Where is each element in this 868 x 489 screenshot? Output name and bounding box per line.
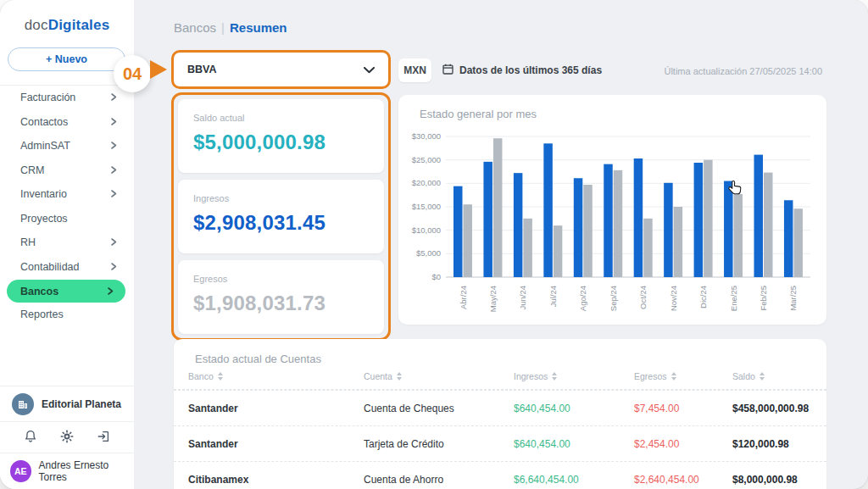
company-building-icon bbox=[12, 393, 34, 415]
bar-egresos-ago/24[interactable] bbox=[583, 185, 593, 277]
table-row[interactable]: SantanderTarjeta de Crédito$640,454.00$2… bbox=[174, 425, 826, 461]
column-header-cuenta[interactable]: Cuenta bbox=[364, 371, 514, 381]
breadcrumb-separator: | bbox=[216, 20, 230, 35]
cell-cuenta: Tarjeta de Crédito bbox=[364, 438, 514, 450]
chevron-right-icon bbox=[111, 140, 117, 152]
user-menu[interactable]: AE Andres Ernesto Torres bbox=[0, 453, 134, 489]
currency-badge[interactable]: MXN bbox=[398, 58, 431, 82]
sidebar-item-label: RH bbox=[20, 236, 36, 248]
sort-icon bbox=[760, 372, 765, 381]
sidebar-item-contactos[interactable]: Contactos bbox=[0, 110, 134, 135]
bar-ingresos-dic/24[interactable] bbox=[694, 163, 704, 277]
sidebar-item-proyectos[interactable]: Proyectos bbox=[0, 207, 134, 231]
bar-egresos-abr/24[interactable] bbox=[464, 204, 473, 277]
user-avatar: AE bbox=[10, 460, 31, 482]
sidebar-item-crm[interactable]: CRM bbox=[0, 158, 134, 183]
bar-ingresos-mar/25[interactable] bbox=[784, 200, 793, 277]
accounts-table-title: Estado actual de Cuentas bbox=[195, 353, 321, 365]
column-header-label: Ingresos bbox=[514, 371, 548, 381]
bar-egresos-may/24[interactable] bbox=[493, 138, 503, 277]
x-tick-label: Jun/24 bbox=[518, 286, 527, 310]
bar-egresos-ene/25[interactable] bbox=[734, 194, 743, 277]
sidebar-item-contabilidad[interactable]: Contabilidad bbox=[0, 255, 134, 280]
bar-egresos-nov/24[interactable] bbox=[674, 207, 683, 277]
column-header-label: Banco bbox=[188, 371, 214, 381]
summary-card-label: Egresos bbox=[193, 274, 369, 284]
sidebar-item-adminsat[interactable]: AdminSAT bbox=[0, 134, 134, 158]
bar-ingresos-oct/24[interactable] bbox=[634, 158, 643, 277]
company-name: Editorial Planeta bbox=[42, 398, 121, 410]
sidebar-item-bancos[interactable]: Bancos bbox=[7, 280, 125, 303]
breadcrumb-section[interactable]: Bancos bbox=[174, 20, 216, 35]
mouse-cursor-icon bbox=[727, 180, 743, 200]
column-header-label: Egresos bbox=[634, 371, 667, 381]
column-header-egresos[interactable]: Egresos bbox=[634, 371, 732, 381]
logo-text-digitales: Digitales bbox=[48, 17, 110, 33]
sidebar-item-reportes[interactable]: Reportes bbox=[0, 303, 134, 327]
date-range[interactable]: Datos de los últimos 365 días bbox=[442, 58, 602, 82]
bar-egresos-mar/25[interactable] bbox=[793, 208, 803, 277]
sort-icon bbox=[218, 372, 223, 381]
summary-card-value: $1,908,031.73 bbox=[193, 292, 369, 315]
column-header-ingresos[interactable]: Ingresos bbox=[514, 371, 634, 381]
bar-ingresos-feb/25[interactable] bbox=[754, 155, 764, 277]
settings-button[interactable] bbox=[60, 430, 74, 446]
summary-card-value: $2,908,031.45 bbox=[193, 211, 369, 235]
table-row[interactable]: SantanderCuenta de Cheques$640,454.00$7,… bbox=[174, 390, 826, 425]
bar-ingresos-jul/24[interactable] bbox=[543, 143, 553, 277]
logout-icon bbox=[97, 430, 110, 446]
bar-ingresos-nov/24[interactable] bbox=[664, 183, 673, 277]
cell-saldo: $8,000,000.98 bbox=[732, 474, 812, 486]
bar-ingresos-sep/24[interactable] bbox=[604, 164, 613, 277]
bar-egresos-jul/24[interactable] bbox=[554, 225, 563, 277]
cell-cuenta: Cuenta de Ahorro bbox=[364, 474, 514, 486]
notifications-button[interactable] bbox=[24, 430, 37, 446]
column-header-label: Cuenta bbox=[364, 371, 392, 381]
calendar-icon bbox=[442, 64, 453, 77]
cell-ingresos: $640,454.00 bbox=[514, 403, 634, 414]
sort-icon bbox=[671, 372, 676, 381]
breadcrumb: Bancos|Resumen bbox=[174, 20, 287, 35]
x-tick-label: Sep/24 bbox=[609, 286, 618, 311]
cell-saldo: $120,000.98 bbox=[732, 438, 812, 450]
bar-ingresos-ago/24[interactable] bbox=[574, 178, 583, 277]
bar-ingresos-abr/24[interactable] bbox=[453, 186, 463, 277]
cell-saldo: $458,000,000.98 bbox=[732, 403, 812, 414]
table-header-row: BancoCuentaIngresosEgresosSaldo bbox=[174, 371, 826, 390]
logout-button[interactable] bbox=[97, 430, 110, 446]
summary-card-saldo-actual: Saldo actual$5,000,000.98 bbox=[178, 99, 384, 173]
sidebar-item-rh[interactable]: RH bbox=[0, 231, 134, 255]
bar-ingresos-jun/24[interactable] bbox=[514, 173, 523, 277]
column-header-saldo[interactable]: Saldo bbox=[732, 371, 812, 381]
cell-ingresos: $6,640,454.00 bbox=[514, 474, 634, 486]
column-header-label: Saldo bbox=[732, 371, 755, 381]
x-tick-label: Dic/24 bbox=[698, 286, 708, 308]
bar-egresos-sep/24[interactable] bbox=[614, 170, 623, 277]
company-switcher[interactable]: Editorial Planeta bbox=[0, 386, 134, 421]
cell-egresos: $7,454.00 bbox=[634, 403, 732, 414]
bar-egresos-oct/24[interactable] bbox=[643, 219, 653, 277]
bar-egresos-jun/24[interactable] bbox=[523, 219, 532, 277]
column-header-banco[interactable]: Banco bbox=[188, 371, 364, 381]
cell-egresos: $2,454.00 bbox=[634, 438, 732, 450]
bank-select-dropdown[interactable]: BBVA bbox=[171, 50, 391, 89]
summary-card-label: Ingresos bbox=[193, 193, 369, 203]
sidebar-item-inventario[interactable]: Inventario bbox=[0, 182, 134, 207]
date-range-label: Datos de los últimos 365 días bbox=[459, 64, 602, 76]
sidebar-item-facturacion[interactable]: Facturación bbox=[0, 86, 134, 110]
sidebar-item-label: Contabilidad bbox=[20, 261, 80, 273]
bar-egresos-feb/25[interactable] bbox=[764, 173, 773, 277]
user-name: Andres Ernesto Torres bbox=[39, 459, 134, 483]
cell-ingresos: $640,454.00 bbox=[514, 438, 634, 450]
x-tick-label: May/24 bbox=[488, 286, 498, 312]
sidebar-item-label: Proyectos bbox=[20, 213, 68, 225]
bar-chart: $0$5,000$10,000$15,000$20,000$25,000$30,… bbox=[398, 119, 826, 322]
gear-icon bbox=[60, 430, 74, 446]
bar-ingresos-may/24[interactable] bbox=[483, 162, 492, 277]
sidebar-menu: FacturaciónContactosAdminSATCRMInventari… bbox=[0, 86, 134, 327]
bar-egresos-dic/24[interactable] bbox=[704, 160, 713, 277]
new-button[interactable]: + Nuevo bbox=[8, 47, 125, 71]
sidebar-item-label: Bancos bbox=[20, 286, 58, 297]
logo-text-doc: doc bbox=[25, 17, 48, 33]
table-row[interactable]: CitibanamexCuenta de Ahorro$6,640,454.00… bbox=[174, 461, 826, 489]
